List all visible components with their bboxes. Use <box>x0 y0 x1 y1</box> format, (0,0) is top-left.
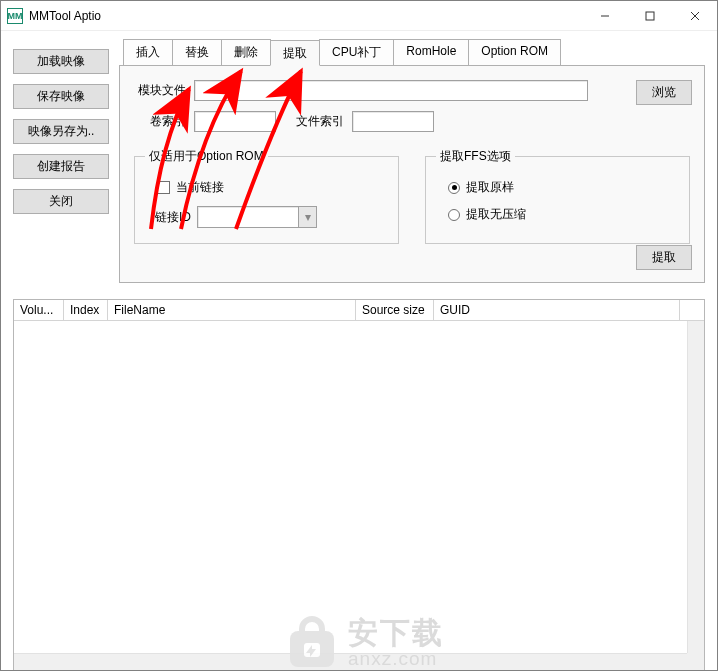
tab-replace[interactable]: 替换 <box>172 39 222 65</box>
vertical-scrollbar[interactable] <box>687 321 704 653</box>
load-image-label: 加载映像 <box>37 53 85 70</box>
group-option-rom-legend: 仅适用于Option ROM <box>145 148 268 165</box>
link-id-dropdown[interactable]: ▾ <box>197 206 317 228</box>
maximize-button[interactable] <box>627 2 672 30</box>
radio-extract-uncompressed-label: 提取无压缩 <box>466 206 526 223</box>
browse-label: 浏览 <box>652 84 676 101</box>
horizontal-scrollbar[interactable] <box>14 653 687 670</box>
col-index[interactable]: Index <box>64 300 108 320</box>
tab-replace-label: 替换 <box>185 45 209 59</box>
link-id-label: 链接ID <box>145 209 191 226</box>
tab-romhole[interactable]: RomHole <box>393 39 469 65</box>
volume-index-label: 卷索引 <box>132 113 186 130</box>
group-ffs-legend: 提取FFS选项 <box>436 148 515 165</box>
save-image-as-label: 映像另存为.. <box>28 123 95 140</box>
tab-extract-label: 提取 <box>283 46 307 60</box>
window-controls <box>582 2 717 30</box>
group-ffs-options: 提取FFS选项 提取原样 提取无压缩 <box>425 148 690 244</box>
col-filename[interactable]: FileName <box>108 300 356 320</box>
chevron-down-icon: ▾ <box>298 207 316 227</box>
volume-index-input[interactable] <box>194 111 276 132</box>
extract-button[interactable]: 提取 <box>636 245 692 270</box>
browse-button[interactable]: 浏览 <box>636 80 692 105</box>
module-file-input[interactable] <box>194 80 588 101</box>
group-option-rom: 仅适用于Option ROM 当前链接 链接ID ▾ <box>134 148 399 244</box>
load-image-button[interactable]: 加载映像 <box>13 49 109 74</box>
tab-insert[interactable]: 插入 <box>123 39 173 65</box>
file-index-input[interactable] <box>352 111 434 132</box>
col-volume[interactable]: Volu... <box>14 300 64 320</box>
save-image-as-button[interactable]: 映像另存为.. <box>13 119 109 144</box>
save-image-label: 保存映像 <box>37 88 85 105</box>
tab-cpu-patch[interactable]: CPU补丁 <box>319 39 394 65</box>
sidebar: 加载映像 保存映像 映像另存为.. 创建报告 关闭 <box>13 39 109 289</box>
scroll-corner <box>687 653 704 670</box>
titlebar: MM MMTool Aptio <box>1 1 717 31</box>
radio-extract-uncompressed[interactable] <box>448 209 460 221</box>
tab-strip: 插入 替换 删除 提取 CPU补丁 RomHole Option ROM <box>123 39 705 65</box>
tab-delete[interactable]: 删除 <box>221 39 271 65</box>
create-report-label: 创建报告 <box>37 158 85 175</box>
tab-content-extract: 模块文件 浏览 卷索引 文件索引 仅适用于Option ROM 当前链接 <box>119 65 705 283</box>
col-source-size[interactable]: Source size <box>356 300 434 320</box>
radio-extract-raw-label: 提取原样 <box>466 179 514 196</box>
module-list: Volu... Index FileName Source size GUID … <box>13 299 705 671</box>
tab-romhole-label: RomHole <box>406 44 456 58</box>
tab-panel: 插入 替换 删除 提取 CPU补丁 RomHole Option ROM 模块文… <box>119 39 705 289</box>
module-file-label: 模块文件 <box>132 82 186 99</box>
tab-cpu-patch-label: CPU补丁 <box>332 45 381 59</box>
close-file-button[interactable]: 关闭 <box>13 189 109 214</box>
tab-extract[interactable]: 提取 <box>270 40 320 66</box>
file-index-label: 文件索引 <box>296 113 344 130</box>
app-icon: MM <box>7 8 23 24</box>
create-report-button[interactable]: 创建报告 <box>13 154 109 179</box>
watermark-text-cn: 安下载 <box>348 617 444 649</box>
tab-option-rom[interactable]: Option ROM <box>468 39 561 65</box>
svg-rect-1 <box>646 12 654 20</box>
col-spacer <box>680 300 704 320</box>
link-id-value <box>198 207 298 227</box>
minimize-button[interactable] <box>582 2 627 30</box>
extract-label: 提取 <box>652 249 676 266</box>
close-button[interactable] <box>672 2 717 30</box>
radio-extract-raw[interactable] <box>448 182 460 194</box>
module-list-header: Volu... Index FileName Source size GUID <box>14 300 704 321</box>
tab-option-rom-label: Option ROM <box>481 44 548 58</box>
window-title: MMTool Aptio <box>29 9 582 23</box>
tab-insert-label: 插入 <box>136 45 160 59</box>
close-file-label: 关闭 <box>49 193 73 210</box>
save-image-button[interactable]: 保存映像 <box>13 84 109 109</box>
col-guid[interactable]: GUID <box>434 300 680 320</box>
current-link-checkbox[interactable] <box>157 181 170 194</box>
tab-delete-label: 删除 <box>234 45 258 59</box>
current-link-label: 当前链接 <box>176 179 224 196</box>
